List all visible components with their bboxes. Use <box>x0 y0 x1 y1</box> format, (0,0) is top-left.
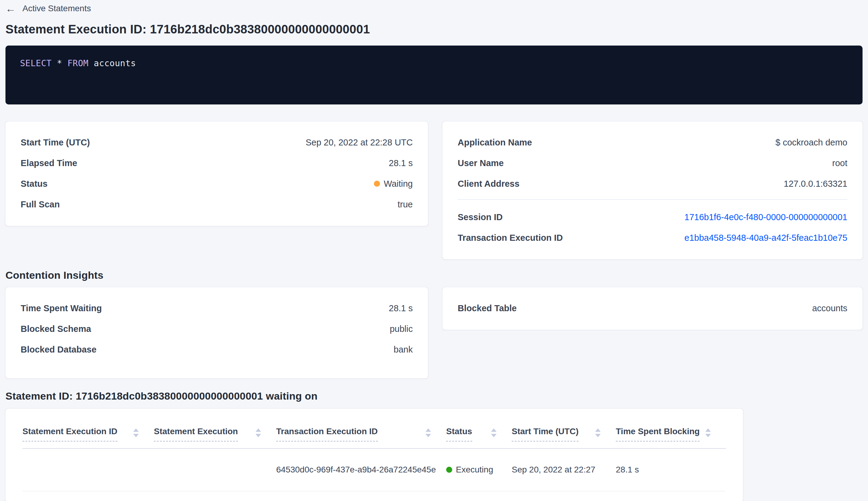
back-arrow-icon: ← <box>6 3 16 14</box>
status-row: Status Waiting <box>21 179 413 189</box>
session-id-link[interactable]: 1716b1f6-4e0c-f480-0000-000000000001 <box>684 212 847 222</box>
column-header-time-spent-blocking[interactable]: Time Spent Blocking <box>616 413 726 448</box>
breadcrumb-label: Active Statements <box>22 4 91 13</box>
cell-statement-execution-id <box>22 448 154 491</box>
sql-table-name: accounts <box>94 58 136 68</box>
sql-keyword-from: FROM <box>67 58 88 68</box>
transaction-execution-id-link[interactable]: e1bba458-5948-40a9-a42f-5feac1b10e75 <box>684 233 847 243</box>
breadcrumb-back-link[interactable]: ← Active Statements <box>6 2 91 14</box>
table-row: 64530d0c-969f-437e-a9b4-26a72245e45e Exe… <box>22 448 726 491</box>
start-time-label: Start Time (UTC) <box>21 137 90 148</box>
sort-icon <box>491 428 497 437</box>
sql-star: * <box>57 58 62 68</box>
blocked-table-value: accounts <box>812 303 847 313</box>
column-header-status[interactable]: Status <box>446 413 512 448</box>
waiting-status-icon <box>374 181 380 187</box>
contention-insights-heading: Contention Insights <box>6 268 862 282</box>
user-name-row: User Name root <box>458 158 847 168</box>
executing-status-icon <box>446 467 452 473</box>
sql-query-text: SELECT * FROM accounts <box>20 58 136 68</box>
blocked-schema-value: public <box>390 324 413 334</box>
blocked-database-value: bank <box>394 344 413 355</box>
contention-left-card: Time Spent Waiting 28.1 s Blocked Schema… <box>6 287 428 379</box>
sql-keyword-select: SELECT <box>20 58 52 68</box>
column-header-statement-execution[interactable]: Statement Execution <box>154 413 276 448</box>
application-name-row: Application Name $ cockroach demo <box>458 137 847 148</box>
session-details-card: Application Name $ cockroach demo User N… <box>443 121 862 259</box>
blocked-database-row: Blocked Database bank <box>21 344 413 355</box>
column-header-transaction-execution-id[interactable]: Transaction Execution ID <box>276 413 446 448</box>
elapsed-time-label: Elapsed Time <box>21 158 77 168</box>
time-spent-waiting-label: Time Spent Waiting <box>21 303 102 313</box>
cell-status-text: Executing <box>456 465 493 475</box>
full-scan-label: Full Scan <box>21 199 60 210</box>
cell-start-time: Sep 20, 2022 at 22:27 <box>512 448 616 491</box>
application-name-value: $ cockroach demo <box>775 137 847 148</box>
transaction-execution-id-label: Transaction Execution ID <box>458 233 563 243</box>
elapsed-time-value: 28.1 s <box>389 158 413 168</box>
sort-icon <box>133 428 139 437</box>
full-scan-row: Full Scan true <box>21 199 413 210</box>
blocked-database-label: Blocked Database <box>21 344 97 355</box>
start-time-value: Sep 20, 2022 at 22:28 UTC <box>306 137 413 148</box>
blocked-schema-row: Blocked Schema public <box>21 324 413 334</box>
status-label: Status <box>21 179 48 189</box>
cell-status: Executing <box>446 448 512 491</box>
card-divider <box>458 199 847 200</box>
sql-query-box: SELECT * FROM accounts <box>6 45 862 105</box>
sort-icon <box>256 428 261 437</box>
page-title: Statement Execution ID: 1716b218dc0b3838… <box>6 21 862 37</box>
session-id-label: Session ID <box>458 212 502 222</box>
waiting-on-table-card: Statement Execution ID Statement Executi… <box>6 409 743 501</box>
waiting-on-table: Statement Execution ID Statement Executi… <box>22 413 726 491</box>
contention-right-card: Blocked Table accounts <box>443 287 862 330</box>
execution-details-card: Start Time (UTC) Sep 20, 2022 at 22:28 U… <box>6 121 428 226</box>
column-header-start-time[interactable]: Start Time (UTC) <box>512 413 616 448</box>
contention-cards-row: Time Spent Waiting 28.1 s Blocked Schema… <box>6 287 862 379</box>
status-value: Waiting <box>384 179 413 189</box>
time-spent-waiting-value: 28.1 s <box>389 303 413 313</box>
sort-icon <box>595 428 601 437</box>
start-time-row: Start Time (UTC) Sep 20, 2022 at 22:28 U… <box>21 137 413 148</box>
blocked-table-row: Blocked Table accounts <box>458 303 847 313</box>
elapsed-time-row: Elapsed Time 28.1 s <box>21 158 413 168</box>
sort-icon <box>705 428 711 437</box>
user-name-value: root <box>832 158 847 168</box>
client-address-label: Client Address <box>458 179 520 189</box>
blocked-table-label: Blocked Table <box>458 303 517 313</box>
transaction-execution-id-row: Transaction Execution ID e1bba458-5948-4… <box>458 233 847 243</box>
table-header-row: Statement Execution ID Statement Executi… <box>22 413 726 448</box>
cell-transaction-execution-id: 64530d0c-969f-437e-a9b4-26a72245e45e <box>276 448 446 491</box>
waiting-on-heading: Statement ID: 1716b218dc0b38380000000000… <box>6 389 862 403</box>
session-id-row: Session ID 1716b1f6-4e0c-f480-0000-00000… <box>458 212 847 222</box>
full-scan-value: true <box>398 199 413 210</box>
time-spent-waiting-row: Time Spent Waiting 28.1 s <box>21 303 413 313</box>
application-name-label: Application Name <box>458 137 532 148</box>
user-name-label: User Name <box>458 158 504 168</box>
summary-cards-row: Start Time (UTC) Sep 20, 2022 at 22:28 U… <box>6 121 862 259</box>
blocked-schema-label: Blocked Schema <box>21 324 91 334</box>
client-address-value: 127.0.0.1:63321 <box>784 179 847 189</box>
cell-statement-execution <box>154 448 276 491</box>
cell-time-spent-blocking: 28.1 s <box>616 448 726 491</box>
column-header-statement-execution-id[interactable]: Statement Execution ID <box>22 413 154 448</box>
sort-icon <box>425 428 431 437</box>
client-address-row: Client Address 127.0.0.1:63321 <box>458 179 847 189</box>
